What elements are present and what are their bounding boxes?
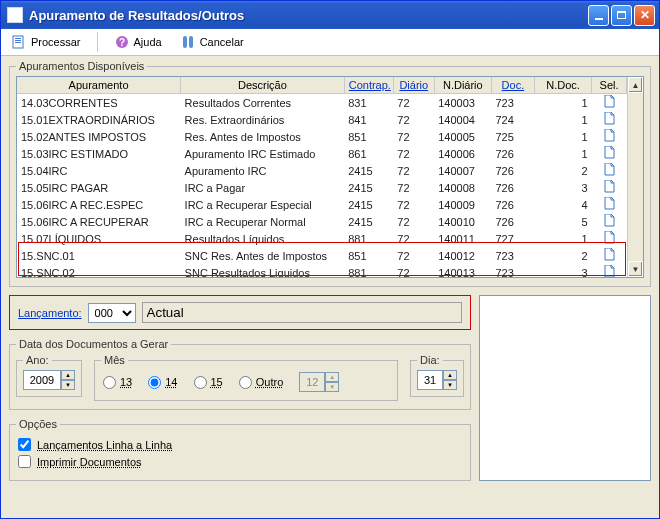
dia-down[interactable]: ▼ xyxy=(443,380,457,390)
table-row[interactable]: 15.06IRC A RECUPERARIRC a Recuperar Norm… xyxy=(17,213,627,230)
table-row[interactable]: 15.07LÍQUIDOSResultados Líquidos88172140… xyxy=(17,230,627,247)
cell-doc: 727 xyxy=(491,230,534,247)
cell-ndiario: 140012 xyxy=(434,247,491,264)
apuramentos-group: Apuramentos Disponíveis Apuramento Descr… xyxy=(9,60,651,287)
ano-group: Ano: ▲▼ xyxy=(16,354,82,397)
toolbar: Processar ? Ajuda Cancelar xyxy=(1,29,659,56)
preview-panel xyxy=(479,295,651,481)
table-row[interactable]: 14.03CORRENTESResultados Correntes831721… xyxy=(17,94,627,112)
dia-label: Dia: xyxy=(417,354,443,366)
cell-sel[interactable] xyxy=(592,111,627,128)
col-ndoc[interactable]: N.Doc. xyxy=(534,77,591,94)
cell-sel[interactable] xyxy=(592,179,627,196)
cell-doc: 726 xyxy=(491,145,534,162)
cell-sel[interactable] xyxy=(592,94,627,112)
table-row[interactable]: 15.02ANTES IMPOSTOSRes. Antes de Imposto… xyxy=(17,128,627,145)
cell-ndiario: 140004 xyxy=(434,111,491,128)
col-diario[interactable]: Diário xyxy=(393,77,434,94)
cell-ndiario: 140013 xyxy=(434,264,491,277)
cell-diario: 72 xyxy=(393,230,434,247)
cell-contrap: 841 xyxy=(344,111,393,128)
col-ndiario[interactable]: N.Diário xyxy=(434,77,491,94)
col-doc[interactable]: Doc. xyxy=(491,77,534,94)
vertical-scrollbar[interactable]: ▲ ▼ xyxy=(627,77,643,277)
grid[interactable]: Apuramento Descrição Contrap. Diário N.D… xyxy=(16,76,644,278)
cell-descricao: IRC a Recuperar Normal xyxy=(181,213,345,230)
cell-apuramento: 15.06IRC A RECUPERAR xyxy=(17,213,181,230)
cell-apuramento: 15.01EXTRAORDINÁRIOS xyxy=(17,111,181,128)
mes-radio-15[interactable]: 15 xyxy=(194,376,223,389)
opcoes-legend: Opções xyxy=(16,418,60,430)
ajuda-button[interactable]: ? Ajuda xyxy=(110,32,166,52)
cell-diario: 72 xyxy=(393,94,434,112)
mes-group: Mês 13 14 15 Outro ▲▼ xyxy=(94,354,398,401)
svg-rect-3 xyxy=(15,42,21,43)
ano-input[interactable] xyxy=(23,370,61,390)
window-title: Apuramento de Resultados/Outros xyxy=(29,8,244,23)
data-docs-group: Data dos Documentos a Gerar Ano: ▲▼ Mês xyxy=(9,338,471,410)
table-row[interactable]: 15.06IRC A REC.ESPECIRC a Recuperar Espe… xyxy=(17,196,627,213)
maximize-button[interactable] xyxy=(611,5,632,26)
dia-input[interactable] xyxy=(417,370,443,390)
cell-sel[interactable] xyxy=(592,264,627,277)
col-contrap[interactable]: Contrap. xyxy=(344,77,393,94)
opt-linha[interactable]: Lançamentos Linha a Linha xyxy=(18,438,462,451)
cell-apuramento: 15.03IRC ESTIMADO xyxy=(17,145,181,162)
close-button[interactable]: ✕ xyxy=(634,5,655,26)
cell-ndiario: 140011 xyxy=(434,230,491,247)
table-row[interactable]: 15.01EXTRAORDINÁRIOSRes. Extraordinários… xyxy=(17,111,627,128)
scroll-down-button[interactable]: ▼ xyxy=(628,261,643,277)
mes-outro-up: ▲ xyxy=(325,372,339,382)
col-descricao[interactable]: Descrição xyxy=(181,77,345,94)
cell-ndoc: 4 xyxy=(534,196,591,213)
lancamento-label[interactable]: Lançamento: xyxy=(18,307,82,319)
cell-contrap: 851 xyxy=(344,247,393,264)
cell-diario: 72 xyxy=(393,145,434,162)
cell-ndoc: 1 xyxy=(534,128,591,145)
cell-apuramento: 14.03CORRENTES xyxy=(17,94,181,112)
minimize-button[interactable] xyxy=(588,5,609,26)
cell-apuramento: 15.SNC.01 xyxy=(17,247,181,264)
mes-radio-13[interactable]: 13 xyxy=(103,376,132,389)
cell-ndoc: 1 xyxy=(534,94,591,112)
mes-radio-14[interactable]: 14 xyxy=(148,376,177,389)
dia-up[interactable]: ▲ xyxy=(443,370,457,380)
cell-sel[interactable] xyxy=(592,128,627,145)
cell-diario: 72 xyxy=(393,247,434,264)
cell-diario: 72 xyxy=(393,213,434,230)
processar-button[interactable]: Processar xyxy=(7,32,85,52)
ano-down[interactable]: ▼ xyxy=(61,380,75,390)
col-apuramento[interactable]: Apuramento xyxy=(17,77,181,94)
cell-apuramento: 15.SNC.02 xyxy=(17,264,181,277)
cell-ndiario: 140010 xyxy=(434,213,491,230)
mes-radio-outro[interactable]: Outro xyxy=(239,376,284,389)
table-row[interactable]: 15.SNC.02SNC Resultados Liquidos88172140… xyxy=(17,264,627,277)
cell-contrap: 2415 xyxy=(344,179,393,196)
table-row[interactable]: 15.04IRCApuramento IRC2415721400077262 xyxy=(17,162,627,179)
cell-doc: 723 xyxy=(491,264,534,277)
opt-imprimir[interactable]: Imprimir Documentos xyxy=(18,455,462,468)
table-row[interactable]: 15.SNC.01SNC Res. Antes de Impostos85172… xyxy=(17,247,627,264)
cancelar-button[interactable]: Cancelar xyxy=(176,32,248,52)
cell-ndoc: 5 xyxy=(534,213,591,230)
svg-text:?: ? xyxy=(118,37,124,48)
dia-group: Dia: ▲▼ xyxy=(410,354,464,397)
cell-apuramento: 15.04IRC xyxy=(17,162,181,179)
cell-sel[interactable] xyxy=(592,213,627,230)
cancel-icon xyxy=(180,34,196,50)
cell-sel[interactable] xyxy=(592,230,627,247)
cell-sel[interactable] xyxy=(592,162,627,179)
cell-sel[interactable] xyxy=(592,247,627,264)
app-icon xyxy=(7,7,23,23)
lancamento-select[interactable]: 000 xyxy=(88,303,136,323)
mes-outro-down: ▼ xyxy=(325,382,339,392)
table-row[interactable]: 15.05IRC PAGARIRC a Pagar241572140008726… xyxy=(17,179,627,196)
ano-up[interactable]: ▲ xyxy=(61,370,75,380)
scroll-up-button[interactable]: ▲ xyxy=(628,77,643,93)
table-row[interactable]: 15.03IRC ESTIMADOApuramento IRC Estimado… xyxy=(17,145,627,162)
cell-sel[interactable] xyxy=(592,196,627,213)
col-sel[interactable]: Sel. xyxy=(592,77,627,94)
cell-sel[interactable] xyxy=(592,145,627,162)
cell-diario: 72 xyxy=(393,179,434,196)
mes-outro-input xyxy=(299,372,325,392)
